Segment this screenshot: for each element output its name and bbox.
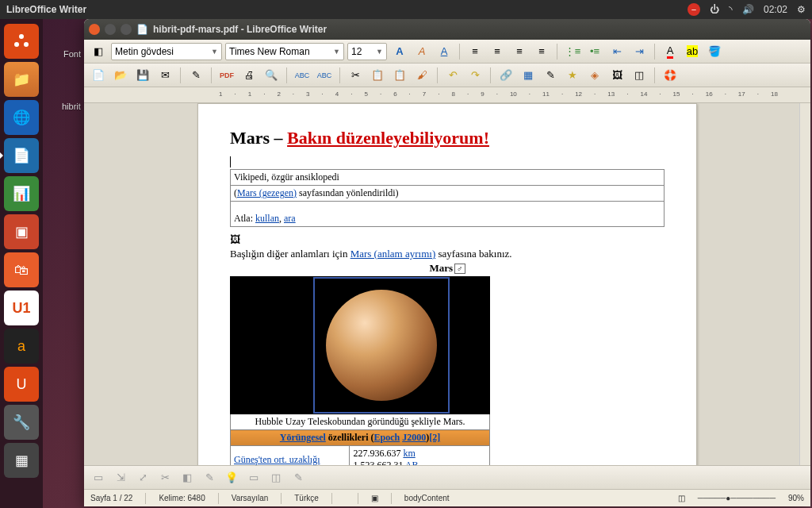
print-button[interactable]: 🖨 [239, 66, 259, 85]
status-body[interactable]: bodyContent [404, 494, 450, 502]
settings-icon[interactable]: 🔧 [4, 405, 39, 440]
wifi-icon[interactable]: ◝ [729, 4, 733, 15]
auto-spellcheck-button[interactable]: ABC [315, 66, 334, 85]
ctx-icon[interactable]: ⇲ [111, 468, 130, 487]
meta-row-2[interactable]: (Mars (gezegen) sayfasından yönlendirild… [231, 186, 665, 202]
meta-table: Vikipedi, özgür ansiklopedi (Mars (gezeg… [230, 169, 665, 227]
writer-icon[interactable]: 📄 [4, 138, 39, 173]
font-name-combo[interactable]: Times New Roman▼ [225, 43, 344, 60]
meta-row-1[interactable]: Vikipedi, özgür ansiklopedi [231, 170, 665, 186]
highlight-button[interactable]: ab [683, 42, 702, 61]
ctx-icon[interactable]: ⤢ [133, 468, 152, 487]
heading-1[interactable]: Mars – Bakın düzenleyebiliyorum! [230, 128, 665, 148]
status-page[interactable]: Sayfa 1 / 22 [90, 494, 132, 502]
decrease-indent-button[interactable]: ⇤ [607, 42, 626, 61]
italic-button[interactable]: A [412, 42, 431, 61]
edit-mode-button[interactable]: ✎ [186, 66, 205, 85]
impress-icon[interactable]: ▣ [4, 214, 39, 249]
zoom-slider[interactable]: ─────●──────── [698, 494, 776, 502]
gallery-button[interactable]: 🖼 [607, 66, 626, 85]
align-center-button[interactable]: ≡ [488, 42, 507, 61]
find-button[interactable]: ★ [563, 66, 582, 85]
zoom-view-icon[interactable]: ◫ [678, 494, 685, 502]
ctx-icon[interactable]: ✎ [289, 468, 308, 487]
save-button[interactable]: 💾 [133, 66, 152, 85]
amazon-icon[interactable]: a [4, 329, 39, 364]
ctx-icon[interactable]: ▭ [244, 468, 263, 487]
software-center-icon[interactable]: 🛍 [4, 252, 39, 287]
print-preview-button[interactable]: 🔍 [262, 66, 281, 85]
svg-point-2 [24, 42, 29, 47]
horizontal-ruler[interactable]: 1·1·2·3·4·5·6·7·8·9·10·11·12·13·14·15·16… [84, 87, 810, 103]
bullet-list-button[interactable]: •≡ [585, 42, 604, 61]
doc-link[interactable]: Mars (gezegen) [237, 187, 297, 198]
font-color-button[interactable]: A [661, 42, 680, 61]
align-justify-button[interactable]: ≡ [532, 42, 551, 61]
ctx-icon[interactable]: ◧ [178, 468, 197, 487]
doc-link[interactable]: kullan [255, 213, 279, 224]
ubuntu-icon[interactable]: U [4, 367, 39, 402]
document-viewport[interactable]: Mars – Bakın düzenleyebiliyorum! Vikiped… [84, 103, 810, 465]
status-icon[interactable]: ▣ [371, 494, 378, 502]
notification-badge-icon[interactable]: − [688, 3, 700, 16]
document-page[interactable]: Mars – Bakın düzenleyebiliyorum! Vikiped… [197, 103, 697, 465]
status-style[interactable]: Varsayılan [232, 494, 269, 502]
calc-icon[interactable]: 📊 [4, 176, 39, 211]
align-right-button[interactable]: ≡ [510, 42, 529, 61]
vertical-scrollbar[interactable] [799, 103, 810, 465]
help-button[interactable]: 🛟 [661, 66, 680, 85]
dash-icon[interactable] [4, 24, 39, 59]
cut-button[interactable]: ✂ [346, 66, 365, 85]
files-icon[interactable]: 📁 [4, 62, 39, 97]
align-left-button[interactable]: ≡ [465, 42, 485, 61]
redo-button[interactable]: ↷ [465, 66, 485, 85]
volume-icon[interactable]: 🔊 [742, 4, 754, 15]
copy-button[interactable]: 📋 [368, 66, 387, 85]
paragraph-style-combo[interactable]: Metin gövdesi▼ [111, 43, 222, 60]
firefox-icon[interactable]: 🌐 [4, 100, 39, 135]
export-pdf-button[interactable]: PDF [217, 66, 236, 85]
show-draw-button[interactable]: ✎ [541, 66, 560, 85]
ctx-icon[interactable]: ✎ [200, 468, 219, 487]
ubuntuone-icon[interactable]: U1 [4, 291, 39, 325]
status-lang[interactable]: Türkçe [294, 494, 319, 502]
undo-button[interactable]: ↶ [443, 66, 462, 85]
numbered-list-button[interactable]: ⋮≡ [563, 42, 582, 61]
email-button[interactable]: ✉ [155, 66, 174, 85]
open-button[interactable]: 📂 [111, 66, 130, 85]
doc-link[interactable]: Mars (anlam ayrımı) [350, 248, 436, 260]
underline-button[interactable]: A [435, 42, 454, 61]
meta-row-3[interactable]: Atla: kullan, ara [231, 202, 665, 227]
new-document-button[interactable]: 📄 [89, 66, 108, 85]
background-color-button[interactable]: 🪣 [705, 42, 724, 61]
ctx-icon[interactable]: ◫ [266, 468, 285, 487]
increase-indent-button[interactable]: ⇥ [630, 42, 649, 61]
minimize-icon[interactable] [105, 24, 116, 35]
clock[interactable]: 02:02 [764, 4, 787, 15]
table-button[interactable]: ▦ [519, 66, 538, 85]
ctx-icon[interactable]: ▭ [89, 468, 108, 487]
font-size-combo[interactable]: 12▼ [347, 43, 387, 60]
navigator-button[interactable]: ◈ [585, 66, 604, 85]
doc-link[interactable]: ara [284, 213, 296, 224]
paste-button[interactable]: 📋 [390, 66, 409, 85]
window-titlebar[interactable]: 📄 hibrit-pdf-mars.pdf - LibreOffice Writ… [84, 19, 810, 40]
desktop-label-doc[interactable]: hibrit [62, 102, 81, 111]
format-paintbrush-button[interactable]: 🖌 [412, 66, 431, 85]
status-words[interactable]: Kelime: 6480 [159, 494, 205, 502]
data-sources-button[interactable]: ◫ [630, 66, 649, 85]
workspace-icon[interactable]: ▦ [4, 443, 39, 478]
battery-icon[interactable]: ⏻ [710, 4, 719, 15]
close-icon[interactable] [89, 24, 100, 35]
disambig-line[interactable]: Başlığın diğer anlamları için Mars (anla… [230, 248, 665, 260]
spellcheck-button[interactable]: ABC [293, 66, 312, 85]
gear-icon[interactable]: ⚙ [797, 4, 806, 15]
hyperlink-button[interactable]: 🔗 [496, 66, 515, 85]
ctx-icon[interactable]: 💡 [222, 468, 241, 487]
desktop-label-font[interactable]: Font [63, 49, 81, 59]
styles-button[interactable]: ◧ [89, 42, 108, 61]
bold-button[interactable]: A [390, 42, 409, 61]
maximize-icon[interactable] [121, 24, 132, 35]
zoom-percent[interactable]: 90% [788, 494, 804, 502]
ctx-icon[interactable]: ✂ [155, 468, 174, 487]
